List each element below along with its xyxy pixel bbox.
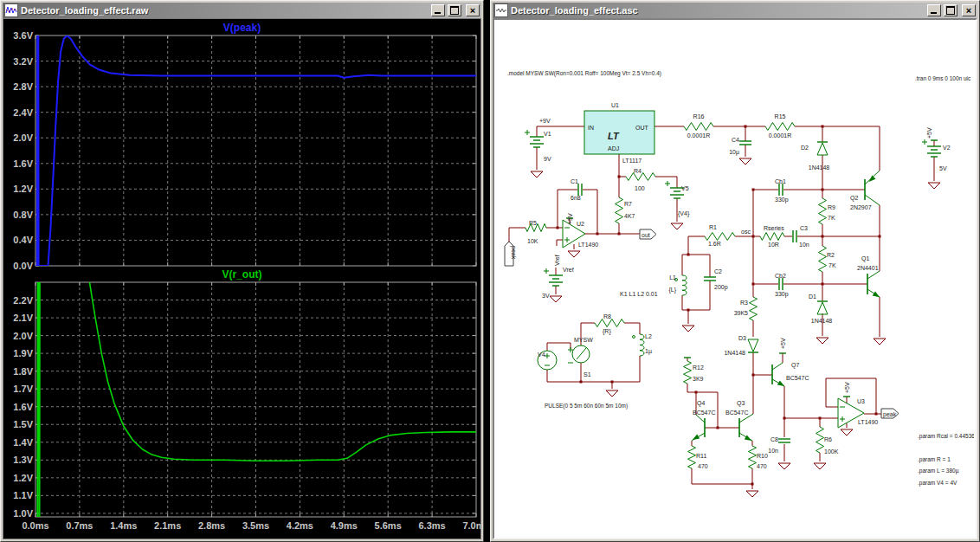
y-tick-label: 2.4V: [13, 107, 33, 118]
schematic-canvas[interactable]: .model MYSW SW(Ron=0.001 Roff= 100Meg Vt…: [494, 20, 974, 538]
window-title: Detector_loading_effect.asc: [511, 5, 925, 16]
schematic-label: 10µ: [729, 149, 739, 156]
schematic-label: K1 L1 L2 0.01: [620, 291, 658, 297]
schematic-label: C1: [571, 178, 578, 184]
ground-symbol: [682, 326, 694, 332]
schematic-label: LT1490: [578, 242, 598, 248]
emitter-arrow: [869, 175, 876, 182]
schematic-label: Q7: [791, 362, 799, 369]
schematic-label: Q2: [850, 195, 858, 202]
waveform-window-titlebar[interactable]: Detector_loading_effect.raw ×: [3, 3, 481, 18]
inductor: [682, 275, 687, 295]
schematic-label: 4K7: [624, 213, 635, 219]
schematic-label: 6n8: [571, 195, 581, 201]
x-tick-label: 6.3ms: [413, 520, 451, 531]
junction-dot: [822, 126, 824, 128]
close-button[interactable]: ×: [962, 4, 976, 16]
resistor: [684, 361, 692, 384]
schematic-label: BC547C: [693, 410, 715, 416]
window-title: Detector_loading_effect.raw: [21, 5, 429, 16]
close-icon: ×: [470, 6, 475, 15]
schematic-label: peak: [883, 411, 897, 418]
schematic-label: R1: [709, 224, 717, 230]
x-tick-label: 0.0ms: [16, 520, 55, 531]
schematic-label: Vref: [554, 255, 560, 266]
schematic-label: R8: [603, 313, 611, 319]
schematic-window-titlebar[interactable]: Detector_loading_effect.asc ×: [493, 3, 977, 18]
schematic-label: {V4}: [678, 210, 690, 217]
schematic-label: .param L = 380µ: [918, 468, 959, 474]
y-tick-label: 0.4V: [13, 235, 33, 245]
y-tick-label: 3.6V: [13, 30, 33, 41]
schematic-label: 2N4401: [857, 265, 879, 271]
schematic-label: BC547C: [725, 410, 748, 416]
maximize-button[interactable]: [944, 4, 957, 16]
schematic-label: 1µ: [645, 348, 652, 355]
schematic-label: +5V: [567, 213, 573, 224]
junction-dot: [618, 176, 621, 178]
junction-dot: [745, 126, 747, 128]
emitter-arrow: [745, 435, 751, 441]
y-tick-label: 1.2V: [13, 184, 33, 194]
schematic-label: C8: [770, 436, 778, 442]
schematic-label: .param Rcal = 0.44536: [918, 433, 974, 440]
schematic-label: MYSW: [574, 337, 593, 343]
schematic-label: 10n: [799, 242, 809, 248]
schematic-label: 3V: [542, 293, 550, 299]
y-tick-label: 1.0V: [13, 508, 33, 519]
junction-dot: [822, 283, 824, 286]
minimize-icon: [435, 12, 441, 14]
y-tick-label: 0.0V: [13, 261, 33, 271]
ground-symbol: [739, 158, 751, 165]
schematic-label: D1: [809, 294, 816, 300]
schematic-label: IN: [588, 125, 594, 131]
schematic-label: osc: [741, 229, 751, 235]
resistor: [688, 446, 696, 468]
resistor: [819, 246, 827, 272]
plot-area[interactable]: 3.6V3.2V2.8V2.4V2.0V1.6V1.2V0.8V0.4V0.0V…: [3, 19, 480, 539]
schematic-label: V2: [943, 145, 951, 151]
schematic-label: 1N4148: [811, 318, 833, 324]
y-tick-label: 2.2V: [13, 295, 33, 306]
ground-symbol: [746, 491, 758, 497]
resistor: [750, 297, 758, 320]
y-tick-label: 2.0V: [13, 331, 33, 341]
maximize-button[interactable]: [448, 4, 461, 16]
junction-dot: [580, 381, 583, 384]
y-tick-label: 1.9V: [13, 348, 33, 358]
y-tick-label: 1.8V: [13, 366, 33, 377]
transistor-lead: [772, 363, 783, 370]
schematic-label: out: [642, 232, 650, 238]
resistor: [684, 123, 713, 131]
y-tick-label: 1.5V: [13, 419, 33, 429]
transistor-lead: [867, 271, 880, 279]
schematic-label: R6: [824, 436, 832, 442]
minimize-button[interactable]: [431, 4, 445, 16]
junction-dot: [687, 254, 690, 256]
ground-symbol: [550, 296, 562, 302]
y-tick-label: 2.1V: [13, 313, 33, 323]
schematic-label: S1: [583, 371, 591, 377]
schematic-label: 100K: [824, 448, 839, 455]
schematic-label: +5V: [926, 127, 932, 139]
schematic-label: .param R = 1: [918, 456, 951, 463]
schematic-label: PULSE(0 5 5m 60n 60n 5m 10m): [545, 403, 628, 410]
junction-dot: [783, 417, 786, 420]
y-tick-label: 1.7V: [13, 384, 33, 394]
ground-symbol: [841, 429, 853, 436]
schematic-label: Q4: [697, 400, 705, 407]
schematic-label: Q1: [861, 255, 869, 262]
resistor: [616, 197, 623, 223]
y-tick-label: 2.8V: [13, 81, 33, 92]
schematic-label: LT1117: [622, 158, 642, 164]
x-tick-label: 3.5ms: [237, 520, 275, 531]
schematic-label: Cb2: [775, 273, 786, 279]
schematic-client: .model MYSW SW(Ron=0.001 Roff= 100Meg Vt…: [493, 18, 977, 539]
x-tick-label: 5.6ms: [369, 520, 407, 531]
schematic-label: 5V: [939, 165, 947, 171]
regulator-body: [584, 111, 654, 154]
schematic-label: 10R: [768, 242, 779, 248]
minimize-button[interactable]: [927, 4, 941, 16]
junction-dot: [717, 427, 719, 429]
close-button[interactable]: ×: [466, 4, 480, 16]
